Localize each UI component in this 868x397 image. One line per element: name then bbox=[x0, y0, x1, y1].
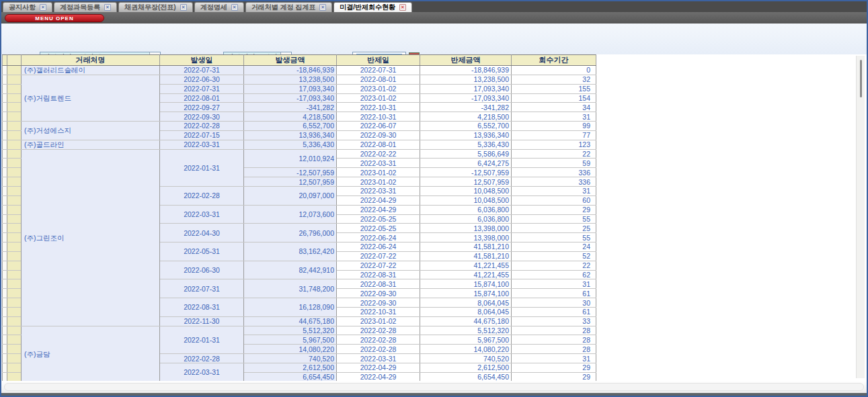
tab-6[interactable]: 미결/반제회수현황✕ bbox=[333, 2, 412, 12]
occurrence-date-cell[interactable]: 2022-08-31 bbox=[160, 298, 244, 317]
collection-days-cell[interactable]: 28 bbox=[512, 345, 596, 354]
occurrence-amount-cell[interactable]: 31,748,200 bbox=[244, 279, 337, 298]
repayment-date-cell[interactable]: 2022-09-30 bbox=[337, 298, 420, 308]
row-selector-cell[interactable] bbox=[7, 279, 22, 289]
occurrence-amount-cell[interactable]: 82,442,910 bbox=[244, 261, 337, 279]
repayment-date-cell[interactable]: 2022-03-31 bbox=[337, 159, 420, 168]
row-selector-cell[interactable] bbox=[7, 307, 22, 316]
repayment-date-cell[interactable]: 2022-08-01 bbox=[337, 75, 420, 84]
repayment-date-cell[interactable]: 2022-03-31 bbox=[337, 354, 420, 363]
repayment-amount-cell[interactable]: 5,512,320 bbox=[420, 326, 512, 335]
repayment-amount-cell[interactable]: 8,064,045 bbox=[420, 298, 512, 308]
occurrence-date-cell[interactable]: 2022-06-30 bbox=[160, 261, 244, 279]
collection-days-cell[interactable]: 31 bbox=[512, 186, 596, 195]
collection-days-cell[interactable]: 155 bbox=[512, 84, 596, 93]
row-selector-cell[interactable] bbox=[7, 177, 22, 187]
occurrence-date-cell[interactable]: 2022-07-31 bbox=[160, 66, 244, 75]
repayment-amount-cell[interactable]: 12,507,959 bbox=[420, 177, 512, 187]
row-selector-cell[interactable] bbox=[7, 112, 22, 122]
occurrence-amount-cell[interactable]: 12,010,924 bbox=[244, 149, 337, 168]
occurrence-date-cell[interactable]: 2022-11-30 bbox=[160, 316, 244, 326]
occurrence-amount-cell[interactable]: 83,162,420 bbox=[244, 242, 337, 261]
customer-name-cell[interactable]: (주)그린조이 bbox=[22, 149, 160, 326]
collection-days-cell[interactable]: 31 bbox=[512, 112, 596, 122]
occurrence-date-cell[interactable]: 2022-01-31 bbox=[160, 149, 244, 186]
repayment-amount-cell[interactable]: -341,282 bbox=[420, 103, 512, 112]
repayment-amount-cell[interactable]: 13,238,500 bbox=[420, 75, 512, 84]
repayment-amount-cell[interactable]: 6,424,275 bbox=[420, 159, 512, 168]
occurrence-date-cell[interactable]: 2022-08-01 bbox=[160, 93, 244, 103]
collection-days-cell[interactable]: 0 bbox=[512, 66, 596, 75]
occurrence-date-cell[interactable]: 2022-02-28 bbox=[160, 186, 244, 205]
column-header[interactable]: 발생일 bbox=[160, 55, 244, 66]
repayment-amount-cell[interactable]: 13,936,340 bbox=[420, 130, 512, 140]
collection-days-cell[interactable]: 31 bbox=[512, 354, 596, 363]
row-selector-cell[interactable] bbox=[7, 289, 22, 298]
repayment-amount-cell[interactable]: 4,218,500 bbox=[420, 112, 512, 122]
row-selector-cell[interactable] bbox=[7, 298, 22, 308]
row-selector-cell[interactable] bbox=[7, 130, 22, 140]
repayment-date-cell[interactable]: 2022-02-28 bbox=[337, 326, 420, 335]
collection-days-cell[interactable]: 28 bbox=[512, 326, 596, 335]
column-header[interactable]: 반제일 bbox=[337, 55, 420, 66]
collection-days-cell[interactable]: 61 bbox=[512, 289, 596, 298]
occurrence-amount-cell[interactable]: 20,097,000 bbox=[244, 186, 337, 205]
row-selector-cell[interactable] bbox=[7, 66, 22, 75]
repayment-date-cell[interactable]: 2022-09-30 bbox=[337, 130, 420, 140]
occurrence-date-cell[interactable]: 2022-03-31 bbox=[160, 205, 244, 224]
occurrence-amount-cell[interactable]: -18,846,939 bbox=[244, 66, 337, 75]
customer-name-cell[interactable]: (주)거림트렌드 bbox=[22, 75, 160, 121]
row-selector-cell[interactable] bbox=[7, 233, 22, 242]
row-selector-cell[interactable] bbox=[7, 251, 22, 261]
row-selector-cell[interactable] bbox=[7, 326, 22, 335]
repayment-amount-cell[interactable]: 41,581,210 bbox=[420, 242, 512, 252]
tab-close-icon[interactable]: ✕ bbox=[104, 4, 111, 11]
tab-1[interactable]: 공지사항✕ bbox=[3, 2, 52, 12]
repayment-amount-cell[interactable]: 2,612,500 bbox=[420, 363, 512, 373]
repayment-date-cell[interactable]: 2022-03-31 bbox=[337, 186, 420, 195]
collection-days-cell[interactable]: 55 bbox=[512, 233, 596, 242]
occurrence-amount-cell[interactable]: 5,967,500 bbox=[244, 335, 337, 345]
repayment-amount-cell[interactable]: 41,221,455 bbox=[420, 270, 512, 279]
menu-open-button[interactable]: MENU OPEN bbox=[5, 14, 104, 22]
collection-days-cell[interactable]: 30 bbox=[512, 298, 596, 308]
repayment-date-cell[interactable]: 2022-08-01 bbox=[337, 140, 420, 149]
repayment-amount-cell[interactable]: 44,675,180 bbox=[420, 316, 512, 326]
occurrence-amount-cell[interactable]: 17,093,340 bbox=[244, 84, 337, 93]
repayment-date-cell[interactable]: 2022-06-24 bbox=[337, 242, 420, 252]
repayment-date-cell[interactable]: 2022-10-31 bbox=[337, 112, 420, 122]
occurrence-date-cell[interactable]: 2022-09-27 bbox=[160, 103, 244, 112]
occurrence-amount-cell[interactable]: 5,512,320 bbox=[244, 326, 337, 335]
collection-days-cell[interactable]: 22 bbox=[512, 261, 596, 270]
collection-days-cell[interactable]: 24 bbox=[512, 242, 596, 252]
tab-2[interactable]: 계정과목등록✕ bbox=[54, 2, 117, 12]
row-selector-cell[interactable] bbox=[7, 261, 22, 270]
occurrence-date-cell[interactable]: 2022-06-30 bbox=[160, 75, 244, 84]
occurrence-date-cell[interactable]: 2022-02-28 bbox=[160, 354, 244, 363]
repayment-amount-cell[interactable]: 13,398,000 bbox=[420, 224, 512, 233]
row-selector-cell[interactable] bbox=[7, 93, 22, 103]
row-selector-cell[interactable] bbox=[7, 122, 22, 131]
collection-days-cell[interactable]: 52 bbox=[512, 251, 596, 261]
repayment-amount-cell[interactable]: 6,036,800 bbox=[420, 205, 512, 214]
row-selector-cell[interactable] bbox=[7, 224, 22, 233]
occurrence-date-cell[interactable]: 2022-03-31 bbox=[160, 140, 244, 149]
row-selector-cell[interactable] bbox=[7, 270, 22, 279]
occurrence-amount-cell[interactable]: 4,218,500 bbox=[244, 112, 337, 122]
row-selector-cell[interactable] bbox=[7, 316, 22, 326]
occurrence-date-cell[interactable]: 2022-05-31 bbox=[160, 242, 244, 261]
repayment-amount-cell[interactable]: 740,520 bbox=[420, 354, 512, 363]
horizontal-scrollbar-track[interactable] bbox=[4, 383, 864, 391]
occurrence-amount-cell[interactable]: 6,654,450 bbox=[244, 372, 337, 381]
occurrence-date-cell[interactable]: 2022-07-31 bbox=[160, 84, 244, 93]
repayment-date-cell[interactable]: 2022-04-29 bbox=[337, 205, 420, 214]
tab-close-icon[interactable]: ✕ bbox=[40, 4, 46, 11]
repayment-date-cell[interactable]: 2022-04-29 bbox=[337, 363, 420, 373]
occurrence-date-cell[interactable]: 2022-04-30 bbox=[160, 224, 244, 242]
occurrence-amount-cell[interactable]: 12,073,600 bbox=[244, 205, 337, 224]
collection-days-cell[interactable]: 61 bbox=[512, 307, 596, 316]
tab-close-icon[interactable]: ✕ bbox=[319, 4, 326, 11]
repayment-date-cell[interactable]: 2022-08-31 bbox=[337, 279, 420, 289]
collection-days-cell[interactable]: 29 bbox=[512, 372, 596, 381]
row-selector-cell[interactable] bbox=[7, 140, 22, 149]
